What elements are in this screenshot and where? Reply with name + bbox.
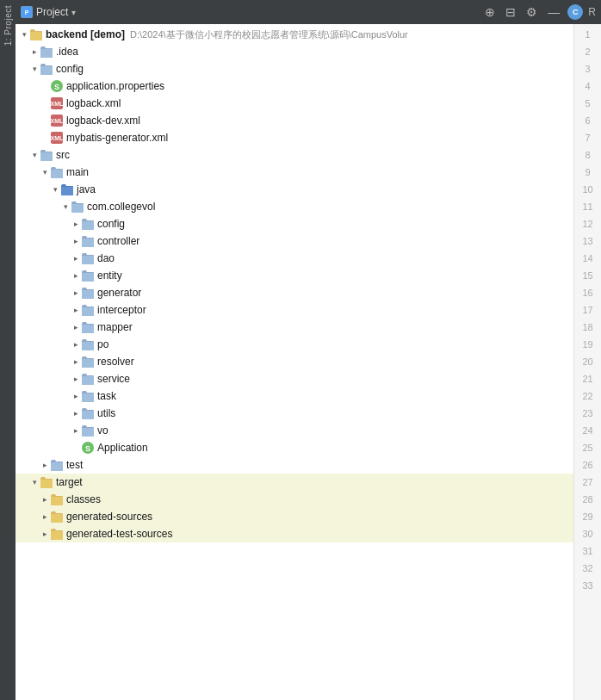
tree-item-main[interactable]: main bbox=[15, 164, 573, 181]
icon-generated-test-sources bbox=[50, 527, 64, 541]
arrow-entity[interactable] bbox=[71, 270, 81, 281]
arrow-classes[interactable] bbox=[40, 494, 50, 505]
project-icon: P bbox=[21, 6, 33, 18]
label-com-collegevol: com.collegevol bbox=[87, 201, 155, 213]
line-number-17: 17 bbox=[574, 301, 601, 319]
split-button[interactable]: ⊟ bbox=[503, 6, 518, 18]
arrow-vo[interactable] bbox=[71, 425, 81, 436]
tree-item-dao[interactable]: dao bbox=[15, 250, 573, 267]
tree-item-com-collegevol[interactable]: com.collegevol bbox=[15, 198, 573, 215]
arrow-application-properties[interactable] bbox=[40, 81, 50, 91]
label-resolver: resolver bbox=[97, 356, 134, 368]
tree-item-src[interactable]: src bbox=[15, 146, 573, 164]
arrow-main[interactable] bbox=[40, 167, 50, 177]
arrow-backend-demo[interactable] bbox=[19, 29, 29, 40]
label-interceptor: interceptor bbox=[97, 304, 146, 316]
label-idea: .idea bbox=[56, 46, 78, 58]
line-number-33: 33 bbox=[574, 577, 601, 594]
label-classes: classes bbox=[66, 493, 101, 505]
arrow-dao[interactable] bbox=[71, 253, 81, 263]
tree-item-controller[interactable]: controller bbox=[15, 232, 573, 250]
sidebar-tab-label: 1: Project bbox=[3, 5, 13, 46]
arrow-com-collegevol[interactable] bbox=[60, 201, 71, 212]
line-number-15: 15 bbox=[574, 267, 601, 284]
arrow-resolver[interactable] bbox=[71, 356, 81, 367]
arrow-generated-test-sources[interactable] bbox=[40, 529, 50, 539]
arrow-test[interactable] bbox=[40, 460, 50, 470]
tree-item-java[interactable]: java bbox=[15, 181, 573, 198]
arrow-mapper[interactable] bbox=[71, 322, 81, 332]
line-number-11: 11 bbox=[574, 198, 601, 215]
user-avatar[interactable]: C bbox=[567, 4, 583, 20]
arrow-po[interactable] bbox=[71, 339, 81, 350]
icon-generator bbox=[81, 286, 95, 300]
arrow-interceptor[interactable] bbox=[71, 305, 81, 315]
title-bar-right: ⊕ ⊟ ⚙ — C R bbox=[482, 4, 596, 20]
label-application-properties: application.properties bbox=[66, 80, 164, 92]
line-number-9: 9 bbox=[574, 164, 601, 181]
icon-controller bbox=[81, 234, 95, 248]
arrow-controller[interactable] bbox=[71, 236, 81, 246]
tree-item-application[interactable]: SApplication bbox=[15, 439, 573, 456]
tree-item-generator[interactable]: generator bbox=[15, 284, 573, 301]
tree-item-interceptor[interactable]: interceptor bbox=[15, 301, 573, 319]
line-number-3: 3 bbox=[574, 60, 601, 77]
minimize-button[interactable]: — bbox=[545, 6, 562, 18]
arrow-java[interactable] bbox=[50, 184, 60, 195]
tree-item-config[interactable]: config bbox=[15, 60, 573, 77]
arrow-application[interactable] bbox=[71, 443, 81, 453]
tree-item-backend-demo[interactable]: backend [demo]D:\2024\基于微信小程序的校园志愿者管理系统\… bbox=[15, 26, 573, 43]
tree-item-task[interactable]: task bbox=[15, 387, 573, 405]
tree-item-idea[interactable]: .idea bbox=[15, 43, 573, 60]
arrow-service[interactable] bbox=[71, 374, 81, 384]
tree-item-application-properties[interactable]: Sapplication.properties bbox=[15, 77, 573, 95]
tree-item-logback-dev-xml[interactable]: XMLlogback-dev.xml bbox=[15, 112, 573, 129]
tree-panel[interactable]: backend [demo]D:\2024\基于微信小程序的校园志愿者管理系统\… bbox=[15, 24, 573, 700]
line-number-24: 24 bbox=[574, 422, 601, 439]
arrow-generated-sources[interactable] bbox=[40, 511, 50, 522]
tree-item-resolver[interactable]: resolver bbox=[15, 353, 573, 370]
project-sidebar-tab[interactable]: 1: Project bbox=[0, 0, 15, 700]
tree-item-logback-xml[interactable]: XMLlogback.xml bbox=[15, 95, 573, 112]
tree-item-mybatis-generator-xml[interactable]: XMLmybatis-generator.xml bbox=[15, 129, 573, 146]
line-number-32: 32 bbox=[574, 560, 601, 577]
line-number-23: 23 bbox=[574, 405, 601, 422]
tree-item-classes[interactable]: classes bbox=[15, 491, 573, 508]
arrow-config[interactable] bbox=[29, 64, 40, 74]
arrow-mybatis-generator-xml[interactable] bbox=[40, 133, 50, 143]
globe-button[interactable]: ⊕ bbox=[482, 6, 498, 18]
gear-button[interactable]: ⚙ bbox=[524, 6, 540, 18]
icon-application-properties: S bbox=[50, 79, 64, 93]
label-entity: entity bbox=[97, 269, 122, 282]
tree-item-service[interactable]: service bbox=[15, 370, 573, 387]
tree-item-vo[interactable]: vo bbox=[15, 422, 573, 439]
user-initial: R bbox=[588, 6, 596, 18]
arrow-config2[interactable] bbox=[71, 219, 81, 229]
icon-idea bbox=[40, 45, 53, 59]
label-test: test bbox=[66, 459, 83, 471]
icon-service bbox=[81, 372, 95, 386]
tree-item-po[interactable]: po bbox=[15, 336, 573, 353]
tree-item-mapper[interactable]: mapper bbox=[15, 319, 573, 336]
tree-item-target[interactable]: target bbox=[15, 474, 573, 491]
arrow-generator[interactable] bbox=[71, 288, 81, 298]
tree-item-generated-test-sources[interactable]: generated-test-sources bbox=[15, 525, 573, 542]
icon-utils bbox=[81, 406, 95, 420]
tree-item-entity[interactable]: entity bbox=[15, 267, 573, 284]
arrow-logback-xml[interactable] bbox=[40, 98, 50, 108]
tree-item-generated-sources[interactable]: generated-sources bbox=[15, 508, 573, 525]
arrow-idea[interactable] bbox=[29, 46, 40, 57]
svg-text:S: S bbox=[54, 83, 59, 91]
line-number-1: 1 bbox=[574, 26, 601, 43]
arrow-task[interactable] bbox=[71, 391, 81, 401]
title-dropdown-arrow[interactable]: ▾ bbox=[71, 8, 76, 17]
arrow-target[interactable] bbox=[29, 477, 40, 487]
arrow-src[interactable] bbox=[29, 150, 40, 160]
tree-item-config2[interactable]: config bbox=[15, 215, 573, 232]
tree-item-test[interactable]: test bbox=[15, 456, 573, 474]
tree-item-utils[interactable]: utils bbox=[15, 405, 573, 422]
arrow-logback-dev-xml[interactable] bbox=[40, 115, 50, 126]
label-po: po bbox=[97, 338, 108, 350]
arrow-utils[interactable] bbox=[71, 408, 81, 418]
icon-dao bbox=[81, 251, 95, 265]
